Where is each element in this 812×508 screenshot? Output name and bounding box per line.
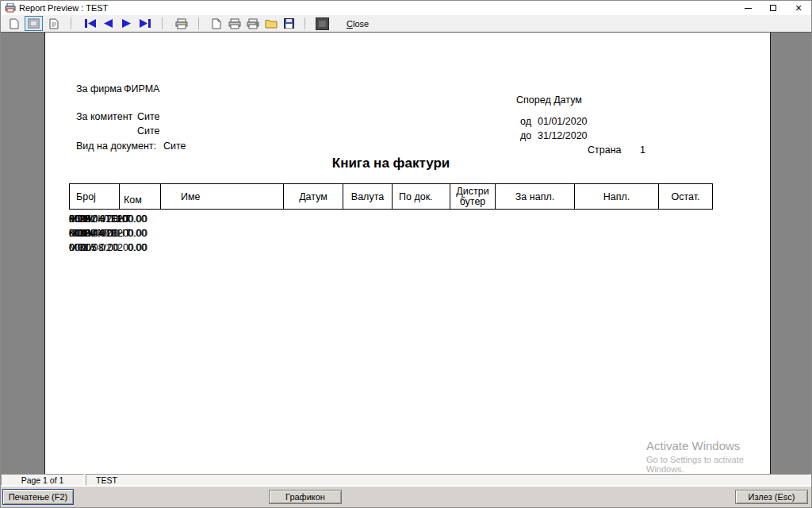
invoice-row: 00007 М01 31/08/2020 00005 0.00 0.00 0.0…	[69, 242, 713, 255]
zoom-page-width-button[interactable]	[25, 16, 43, 31]
zoom-fit-button[interactable]	[5, 16, 23, 31]
firm-value: ФИРМА	[124, 83, 159, 94]
next-page-button[interactable]	[117, 16, 136, 31]
maximize-button[interactable]	[760, 1, 786, 15]
cell-ostat: 0.00	[69, 228, 119, 239]
printer-icon	[228, 18, 241, 29]
col-napl: Напл.	[575, 184, 659, 209]
printer-setup-icon	[175, 18, 188, 29]
by-date-label: Според Датум	[516, 94, 582, 106]
first-page-button[interactable]	[81, 16, 99, 31]
page-icon	[212, 18, 221, 29]
bottom-button-bar: Печатење (F2) Графикон Излез (Esc)	[1, 486, 811, 507]
cell-ostat: 0.00	[69, 242, 119, 253]
prev-page-button[interactable]	[99, 16, 117, 31]
app-icon	[5, 3, 16, 13]
minimize-icon	[745, 8, 752, 9]
page-label: Страна	[588, 144, 622, 156]
activate-windows-subtext: Go to Settings to activate Windows.	[646, 455, 770, 474]
firm-label: За фирма	[76, 83, 122, 94]
close-icon: ×	[795, 4, 802, 12]
last-page-button[interactable]	[136, 16, 154, 31]
save-floppy-icon	[284, 18, 294, 29]
save-report-button[interactable]	[280, 16, 298, 31]
titlebar[interactable]: Report Preview : TEST ×	[1, 1, 811, 15]
exit-esc-button[interactable]: Излез (Esc)	[735, 490, 808, 504]
col-za-napl: За напл.	[496, 184, 575, 209]
doctype-value: Сите	[163, 140, 186, 152]
first-page-icon	[84, 19, 97, 28]
printer-setup-button[interactable]	[172, 16, 190, 31]
col-broj: Број	[70, 184, 120, 209]
page-info-panel: Page 1 of 1	[1, 474, 84, 486]
close-preview-button[interactable]: Close	[343, 18, 373, 29]
col-ostat: Остат.	[659, 184, 712, 209]
document-name-panel: TEST	[86, 474, 811, 486]
page-width-icon	[28, 18, 40, 29]
page-number: 1	[640, 144, 645, 156]
client-label: За комитент	[76, 111, 132, 122]
activate-windows-watermark: Activate Windows	[646, 439, 740, 452]
from-value: 01/01/2020	[538, 116, 588, 127]
table-header: Број Ком Име Датум Валута По док. Дистри…	[69, 183, 713, 210]
unknown-dark-button[interactable]	[313, 16, 331, 31]
prev-page-icon	[103, 19, 113, 28]
toolbar-separator	[71, 17, 71, 29]
from-label: од	[520, 116, 531, 127]
cell-ostat: 0.00	[69, 214, 119, 225]
client-value2: Сите	[137, 125, 160, 137]
client-value: Сите	[137, 111, 160, 122]
invoice-row: 00004 М01 0009 КОМИНТЕНТ 30/04/2020 ПОВ0…	[69, 228, 713, 241]
toolbar-separator	[304, 17, 305, 29]
minimize-button[interactable]	[735, 1, 760, 15]
close-window-button[interactable]: ×	[786, 1, 811, 15]
print-button[interactable]	[225, 16, 243, 31]
close-label-rest: lose	[353, 19, 369, 29]
page-setup-button[interactable]	[207, 16, 225, 31]
last-page-icon	[139, 19, 151, 28]
to-value: 31/12/2020	[538, 130, 588, 141]
page-fit-icon	[10, 18, 19, 29]
preview-area[interactable]: За фирма ФИРМА Според Датум За комитент …	[1, 33, 811, 474]
col-ime: Име	[161, 184, 284, 209]
printer-icon	[247, 18, 259, 29]
col-kom: Ком	[120, 184, 161, 209]
chart-button[interactable]: Графикон	[269, 490, 342, 504]
toolbar: Close	[1, 15, 811, 33]
col-datum: Датум	[284, 184, 343, 209]
toolbar-separator	[198, 17, 199, 29]
statusbar: Page 1 of 1 TEST	[1, 474, 811, 486]
window-title: Report Preview : TEST	[19, 3, 735, 13]
toolbar-separator	[162, 17, 163, 29]
col-distributer: Дистри бутер	[450, 184, 496, 209]
print-dialog-button[interactable]	[243, 16, 262, 31]
report-title: Книга на фактури	[69, 156, 713, 171]
open-report-button[interactable]	[262, 16, 280, 31]
report-preview-window: Report Preview : TEST ×	[0, 0, 812, 508]
invoice-row: 00001 М01 0009 КОМИНТЕНТ 28/04/2020 2525…	[69, 214, 713, 226]
doctype-label: Вид на документ:	[76, 140, 156, 152]
close-label-accel: C	[347, 19, 353, 29]
print-f2-button[interactable]: Печатење (F2)	[2, 489, 74, 505]
col-valuta: Валута	[343, 184, 393, 209]
folder-open-icon	[265, 19, 278, 29]
zoom-100-button[interactable]	[44, 16, 63, 31]
page-100-icon	[49, 18, 59, 29]
to-label: до	[520, 130, 531, 141]
report-page: За фирма ФИРМА Според Датум За комитент …	[44, 33, 771, 474]
maximize-icon	[770, 5, 776, 11]
col-po-dok: По док.	[393, 184, 450, 209]
dark-square-icon	[316, 17, 329, 30]
next-page-icon	[121, 19, 132, 28]
